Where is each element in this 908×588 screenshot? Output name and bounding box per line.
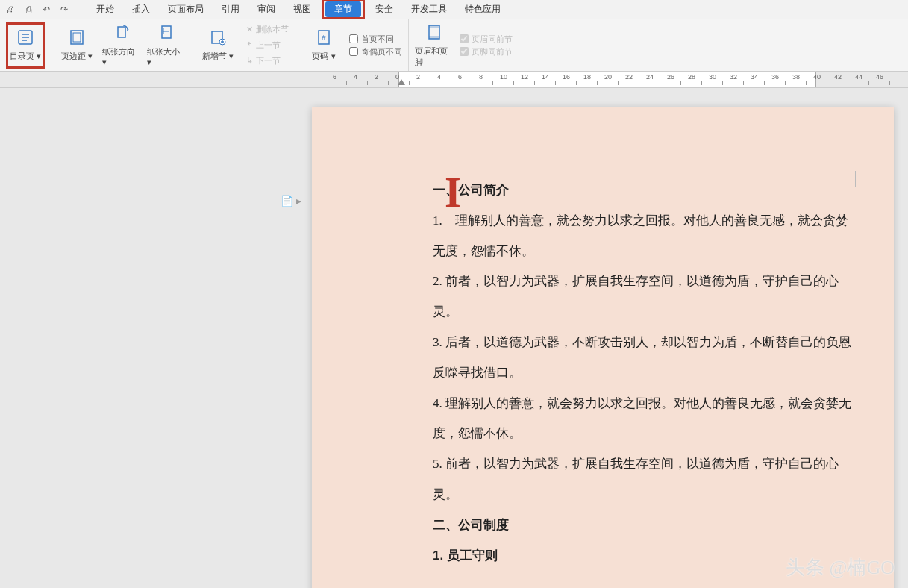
watermark-text: 头条 @楠GO [786,554,895,581]
heading-1[interactable]: 二、公司制度 [433,510,857,541]
ruler-number: 42 [834,73,842,81]
margin-label: 页边距 ▾ [61,51,93,62]
svg-rect-14 [429,36,439,39]
prev-section-button: ↰ 上一节 [243,38,284,52]
ruler-number: 28 [688,73,695,81]
orientation-icon [113,24,131,46]
tab-start[interactable]: 开始 [87,1,123,17]
group-toc: 目录页 ▾ [0,19,51,71]
ribbon-tabs: 开始 插入 页面布局 引用 审阅 视图 章节 安全 开发工具 特色应用 [87,0,510,19]
page-number-label: 页码 ▾ [312,51,335,62]
header-link-label: 页眉同前节 [472,34,513,45]
delete-section-icon: ✕ [246,25,253,34]
first-page-different-checkbox[interactable]: 首页不同 [349,34,402,45]
page[interactable]: 📄 ▸ 一、公司简介 1. 理解别人的善意，就会努力以求之回报。对他人的善良无感… [312,107,894,588]
save-icon[interactable]: 🖨 [3,2,18,17]
delete-section-label: 删除本节 [256,24,289,35]
tab-developer[interactable]: 开发工具 [402,1,456,17]
paragraph[interactable]: 2. 前者，以智力为武器，扩展自我生存空间，以道德为盾，守护自己的心灵。 [433,266,857,328]
ruler-number: 44 [855,73,862,81]
highlight-chapter-tab: 章节 [322,0,365,19]
margin-icon [68,28,86,51]
group-sections: 新增节 ▾ ✕ 删除本节 ↰ 上一节 ↳ 下一节 [192,19,298,71]
section-properties-icon[interactable]: 📄 ▸ [281,195,301,207]
new-section-label: 新增节 ▾ [202,51,234,62]
heading-1[interactable]: 一、公司简介 [433,175,857,206]
page-number-button[interactable]: # 页码 ▾ [304,22,343,69]
paper-size-button[interactable]: 纸张大小 ▾ [147,22,186,69]
horizontal-ruler[interactable]: 6420246810121416182022242628303234363840… [0,72,908,88]
svg-text:#: # [322,34,325,41]
document-canvas[interactable]: 📄 ▸ 一、公司简介 1. 理解别人的善意，就会努力以求之回报。对他人的善良无感… [0,88,908,588]
ruler-number: 36 [771,73,779,81]
toc-label: 目录页 ▾ [10,51,41,62]
document-body[interactable]: 一、公司简介 1. 理解别人的善意，就会努力以求之回报。对他人的善良无感，就会贪… [398,175,857,571]
paragraph[interactable]: 4. 理解别人的善意，就会努力以求之回报。对他人的善良无感，就会贪婪无度，怨懦不… [433,389,857,450]
orientation-label: 纸张方向 ▾ [102,46,141,67]
prev-label: 上一节 [256,40,281,51]
next-icon: ↳ [246,56,253,66]
tab-references[interactable]: 引用 [213,1,248,17]
paragraph[interactable]: 5. 前者，以智力为武器，扩展自我生存空间，以道德为盾，守护自己的心灵。 [433,449,857,510]
new-section-button[interactable]: 新增节 ▾ [198,22,237,69]
title-bar: 🖨 ⎙ ↶ ↷ 开始 插入 页面布局 引用 审阅 视图 章节 安全 开发工具 特… [0,0,908,19]
ruler-number: 20 [604,73,612,81]
tab-security[interactable]: 安全 [366,1,402,17]
odd-even-different-checkbox[interactable]: 奇偶页不同 [349,46,402,57]
separator [75,3,75,16]
link-options: 页眉同前节 页脚同前节 [460,34,513,57]
toc-page-button[interactable]: 目录页 ▾ [6,22,45,69]
next-label: 下一节 [256,55,281,66]
tab-insert[interactable]: 插入 [123,1,159,17]
redo-icon[interactable]: ↷ [57,2,72,17]
orientation-button[interactable]: 纸张方向 ▾ [102,22,141,69]
indent-marker-icon[interactable] [398,79,405,85]
margin-corner-top-left [382,171,398,187]
svg-rect-6 [118,27,125,37]
header-footer-button[interactable]: 页眉和页脚 [415,22,454,69]
ruler-number: 6 [333,73,336,81]
toc-icon [16,28,34,51]
group-page-number: # 页码 ▾ 首页不同 奇偶页不同 [298,19,409,71]
ruler-number: 10 [500,73,507,81]
undo-icon[interactable]: ↶ [39,2,54,17]
ruler-number: 14 [542,73,549,81]
tab-view[interactable]: 视图 [284,1,320,17]
size-label: 纸张大小 ▾ [147,46,186,67]
margin-corner-top-right [855,171,871,187]
tab-review[interactable]: 审阅 [248,1,284,17]
ruler-number: 6 [458,73,462,81]
print-preview-icon[interactable]: ⎙ [21,2,36,17]
section-nav: ✕ 删除本节 ↰ 上一节 ↳ 下一节 [243,22,292,68]
header-link-previous-checkbox: 页眉同前节 [460,34,513,45]
tab-layout[interactable]: 页面布局 [159,1,213,17]
odd-even-label: 奇偶页不同 [361,46,402,57]
ruler-number: 26 [667,73,674,81]
prev-icon: ↰ [246,40,253,50]
ruler-number: 22 [625,73,633,81]
page-number-icon: # [315,28,333,51]
group-header-footer: 页眉和页脚 页眉同前节 页脚同前节 [409,19,519,71]
ruler-number: 32 [730,73,737,81]
header-footer-label: 页眉和页脚 [415,46,454,68]
svg-rect-5 [73,33,81,42]
ruler-number: 46 [876,73,883,81]
tab-chapter[interactable]: 章节 [325,1,361,17]
footer-link-label: 页脚同前节 [472,46,513,57]
ruler-number: 8 [479,73,483,81]
ruler-number: 16 [563,73,570,81]
paragraph[interactable]: 1. 理解别人的善意，就会努力以求之回报。对他人的善良无感，就会贪婪无度，怨懦不… [433,206,857,267]
page-margin-button[interactable]: 页边距 ▾ [57,22,96,69]
ruler-number: 4 [437,73,441,81]
ruler-number: 34 [751,73,758,81]
ribbon: 目录页 ▾ 页边距 ▾ 纸张方向 ▾ 纸张大小 ▾ 新增节 ▾ [0,19,908,72]
ruler-number: 40 [813,73,821,81]
paragraph[interactable]: 3. 后者，以道德为武器，不断攻击别人，却以智力为盾，不断替自己的负恩反噬寻找借… [433,328,857,389]
ruler-number: 2 [416,73,420,81]
tab-special[interactable]: 特色应用 [456,1,510,17]
ruler-number: 12 [521,73,528,81]
first-diff-label: 首页不同 [361,34,394,45]
header-footer-icon [425,23,443,46]
ruler-number: 4 [354,73,357,81]
delete-section-button: ✕ 删除本节 [243,22,292,37]
